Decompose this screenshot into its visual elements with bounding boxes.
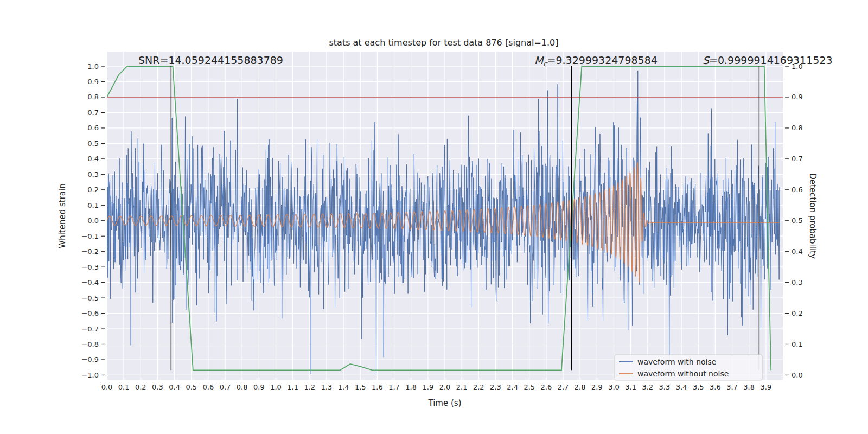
x-tick-label: 0.2	[135, 383, 146, 391]
x-tick-label: 3.4	[676, 383, 687, 391]
left-y-axis-label: Whitened strain	[58, 183, 67, 248]
x-tick-label: 3.3	[659, 383, 671, 391]
significance-annotation: S=0.9999914169311523	[703, 54, 833, 66]
left-tick-label: 0.3	[87, 170, 99, 178]
x-tick-label: 0.6	[203, 383, 214, 391]
left-tick-label: −0.7	[81, 325, 99, 333]
x-tick-label: 3.5	[693, 383, 704, 391]
left-tick-label: 0.5	[87, 139, 99, 148]
x-tick-label: 3.6	[710, 383, 721, 391]
x-tick-label: 3.1	[625, 383, 636, 391]
x-tick-label: 2.5	[524, 383, 535, 391]
x-tick-label: 1.5	[355, 383, 366, 391]
left-tick-label: −0.4	[81, 278, 99, 286]
left-tick-label: −0.8	[81, 340, 99, 348]
chirp-mass-symbol: M	[534, 54, 544, 66]
left-tick-label: 0.8	[87, 93, 99, 101]
significance-value: =0.9999914169311523	[709, 54, 832, 66]
right-tick-label: 0.6	[792, 186, 803, 194]
x-tick-label: 0.9	[253, 383, 265, 391]
left-tick-label: −0.1	[81, 232, 99, 240]
chirp-mass-annotation: Mc=9.32999324798584	[534, 54, 658, 68]
chirp-mass-value: =9.32999324798584	[547, 54, 658, 66]
legend-label-noise: waveform with noise	[637, 358, 716, 366]
x-tick-label: 0.5	[186, 383, 197, 391]
x-tick-label: 1.8	[405, 383, 417, 391]
chart-title: stats at each timestep for test data 876…	[329, 37, 558, 48]
left-tick-label: −0.2	[81, 247, 99, 256]
right-tick-label: 0.3	[792, 278, 803, 286]
x-tick-label: 2.0	[439, 383, 451, 391]
x-tick-label: 1.4	[338, 383, 349, 391]
left-tick-label: 0.2	[87, 186, 99, 194]
x-tick-label: 1.2	[304, 383, 315, 391]
x-tick-label: 1.1	[287, 383, 298, 391]
figure: 1.00.90.80.70.60.50.40.30.20.10.0−0.1−0.…	[0, 0, 868, 434]
x-axis-label: Time (s)	[428, 398, 462, 408]
right-tick-label: 0.7	[792, 155, 803, 163]
left-tick-label: 0.9	[87, 78, 99, 86]
x-tick-label: 0.4	[169, 383, 180, 391]
right-tick-label: 0.5	[792, 216, 803, 225]
right-tick-label: 0.9	[792, 93, 803, 101]
left-tick-label: 0.1	[87, 201, 99, 209]
left-tick-label: −0.3	[81, 263, 99, 271]
x-tick-label: 1.0	[270, 383, 282, 391]
x-tick-label: 2.3	[490, 383, 501, 391]
x-tick-label: 1.7	[388, 383, 400, 391]
left-tick-label: −0.6	[81, 309, 99, 317]
right-tick-label: 0.2	[792, 309, 803, 317]
right-y-axis-label: Detection probability	[808, 173, 818, 259]
legend-label-signal: waveform without noise	[637, 369, 729, 378]
x-tick-label: 0.3	[152, 383, 163, 391]
left-tick-label: 0.6	[87, 124, 99, 132]
x-tick-label: 1.6	[372, 383, 383, 391]
left-tick-label: −0.5	[81, 294, 99, 302]
x-tick-label: 1.9	[423, 383, 434, 391]
x-tick-label: 2.8	[575, 383, 586, 391]
left-tick-label: 0.4	[87, 155, 99, 163]
x-tick-label: 3.8	[743, 383, 755, 391]
x-tick-label: 3.0	[608, 383, 620, 391]
x-tick-label: 2.2	[473, 383, 484, 391]
right-tick-label: 0.1	[792, 340, 803, 348]
left-tick-label: −0.9	[81, 355, 99, 363]
x-tick-label: 0.1	[118, 383, 130, 391]
legend: waveform with noise waveform without noi…	[615, 355, 762, 380]
snr-annotation: SNR=14.059244155883789	[138, 54, 283, 66]
x-tick-label: 2.9	[591, 383, 603, 391]
right-tick-label: 0.8	[792, 124, 803, 132]
x-tick-label: 3.7	[726, 383, 738, 391]
left-tick-label: −1.0	[81, 371, 99, 379]
x-tick-label: 2.1	[456, 383, 468, 391]
x-tick-label: 3.9	[761, 383, 772, 391]
right-tick-label: 0.0	[792, 371, 803, 379]
x-tick-label: 2.6	[541, 383, 552, 391]
chart-canvas: 1.00.90.80.70.60.50.40.30.20.10.0−0.1−0.…	[0, 0, 868, 434]
x-tick-label: 2.4	[507, 383, 518, 391]
left-tick-label: 1.0	[87, 62, 99, 71]
plot-layers: 1.00.90.80.70.60.50.40.30.20.10.0−0.1−0.…	[81, 52, 802, 391]
left-tick-label: 0.0	[87, 216, 99, 225]
left-tick-label: 0.7	[87, 108, 99, 117]
x-tick-label: 0.8	[237, 383, 248, 391]
x-tick-label: 1.3	[321, 383, 333, 391]
x-tick-label: 2.7	[558, 383, 569, 391]
right-tick-label: 0.4	[792, 247, 803, 256]
x-tick-label: 0.0	[101, 383, 113, 391]
x-tick-label: 0.7	[220, 383, 231, 391]
x-tick-label: 3.2	[642, 383, 653, 391]
